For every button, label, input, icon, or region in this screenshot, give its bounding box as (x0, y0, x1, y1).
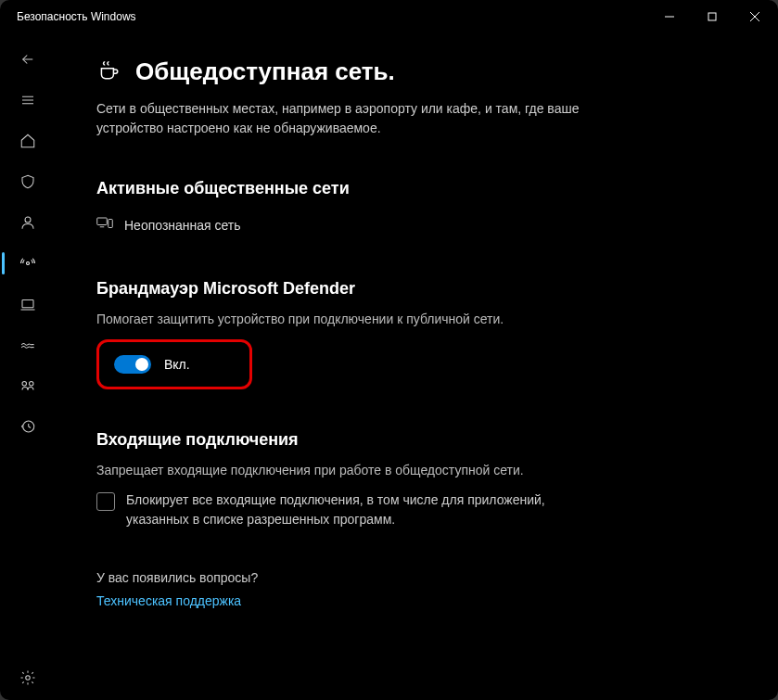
help-section: У вас появились вопросы? Техническая под… (96, 570, 739, 609)
menu-button[interactable] (2, 80, 54, 121)
network-item[interactable]: Неопознанная сеть (96, 211, 739, 238)
nav-device-performance[interactable] (2, 365, 54, 406)
back-button[interactable] (2, 39, 54, 80)
titlebar: Безопасность Windows (2, 2, 776, 32)
svg-point-9 (27, 262, 30, 265)
svg-rect-18 (108, 220, 113, 228)
help-link[interactable]: Техническая поддержка (96, 593, 241, 608)
svg-point-8 (25, 217, 31, 223)
firewall-toggle-label: Вкл. (164, 357, 190, 372)
block-incoming-label: Блокирует все входящие подключения, в то… (126, 490, 560, 529)
nav-protection-history[interactable] (2, 406, 54, 447)
nav-home[interactable] (2, 121, 54, 161)
firewall-heading: Брандмауэр Microsoft Defender (96, 279, 739, 299)
main-content: Общедоступная сеть. Сети в общественных … (54, 32, 776, 698)
svg-point-12 (22, 382, 27, 387)
nav-firewall[interactable] (2, 243, 54, 284)
page-title: Общедоступная сеть. (135, 57, 395, 86)
firewall-toggle-highlight: Вкл. (96, 339, 252, 389)
nav-device-security[interactable] (2, 325, 54, 365)
firewall-toggle[interactable] (114, 355, 151, 374)
nav-account-protection[interactable] (2, 202, 54, 243)
window-title: Безопасность Windows (17, 10, 648, 23)
incoming-heading: Входящие подключения (96, 430, 739, 450)
page-subtitle: Сети в общественных местах, например в а… (96, 99, 616, 138)
firewall-desc: Помогает защитить устройство при подключ… (96, 312, 739, 326)
sidebar (2, 32, 54, 698)
maximize-button[interactable] (691, 2, 733, 32)
firewall-section: Брандмауэр Microsoft Defender Помогает з… (96, 279, 739, 389)
coffee-icon (96, 58, 121, 86)
monitor-icon (96, 217, 113, 233)
active-networks-section: Активные общественные сети Неопознанная … (96, 179, 739, 238)
active-networks-heading: Активные общественные сети (96, 179, 739, 198)
svg-point-15 (26, 676, 31, 681)
svg-rect-16 (97, 218, 108, 225)
app-window: Безопасность Windows (0, 0, 778, 700)
nav-app-control[interactable] (2, 284, 54, 325)
svg-point-13 (30, 382, 34, 387)
incoming-section: Входящие подключения Запрещает входящие … (96, 430, 739, 529)
minimize-button[interactable] (648, 2, 691, 32)
close-button[interactable] (733, 2, 776, 32)
network-label: Неопознанная сеть (124, 218, 241, 233)
block-incoming-row: Блокирует все входящие подключения, в то… (96, 490, 560, 529)
nav-settings[interactable] (2, 657, 54, 698)
nav-virus-protection[interactable] (2, 161, 54, 202)
incoming-desc: Запрещает входящие подключения при работ… (96, 463, 739, 477)
svg-rect-1 (708, 13, 716, 20)
svg-rect-10 (22, 300, 33, 308)
help-questions: У вас появились вопросы? (96, 570, 739, 585)
window-controls (648, 2, 776, 32)
block-incoming-checkbox[interactable] (96, 492, 115, 511)
